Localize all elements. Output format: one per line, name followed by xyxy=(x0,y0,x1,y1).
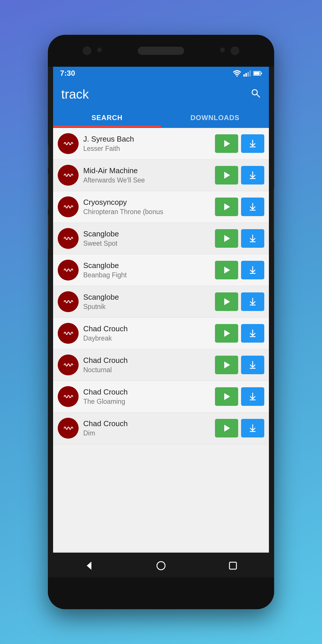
track-artist: J. Syreus Bach xyxy=(83,135,210,144)
download-button[interactable] xyxy=(241,356,264,374)
track-title: Sputnik xyxy=(83,303,210,311)
download-button[interactable] xyxy=(241,324,264,343)
track-actions xyxy=(215,229,264,248)
svg-rect-7 xyxy=(254,72,260,75)
tabs: SEARCH DOWNLOADS xyxy=(53,107,269,128)
track-title: Beanbag Fight xyxy=(83,271,210,279)
svg-marker-35 xyxy=(224,393,230,400)
nav-home-button[interactable] xyxy=(152,557,170,574)
play-button[interactable] xyxy=(215,198,238,216)
play-button[interactable] xyxy=(215,387,238,406)
track-avatar xyxy=(58,133,79,154)
svg-rect-6 xyxy=(261,73,262,74)
track-avatar xyxy=(58,165,79,186)
svg-rect-24 xyxy=(250,273,256,274)
svg-marker-11 xyxy=(224,140,230,147)
track-info: Scanglobe Beanbag Fight xyxy=(83,261,210,279)
track-item: Scanglobe Beanbag Fight xyxy=(53,254,269,286)
download-button[interactable] xyxy=(241,261,264,279)
download-button[interactable] xyxy=(241,166,264,184)
track-actions xyxy=(215,387,264,406)
app-bar: track xyxy=(53,81,269,107)
side-btn-volume-down[interactable] xyxy=(48,174,48,209)
svg-marker-38 xyxy=(224,425,230,432)
svg-marker-26 xyxy=(224,298,230,305)
play-button[interactable] xyxy=(215,419,238,437)
track-avatar xyxy=(58,291,79,312)
play-button[interactable] xyxy=(215,134,238,153)
track-avatar xyxy=(58,260,79,281)
search-button[interactable] xyxy=(250,88,261,101)
track-info: Chad Crouch Daybreak xyxy=(83,324,210,342)
track-artist: Chad Crouch xyxy=(83,324,210,333)
download-button[interactable] xyxy=(241,134,264,153)
svg-rect-42 xyxy=(229,562,236,569)
status-icons xyxy=(233,70,262,77)
svg-line-9 xyxy=(257,94,260,97)
play-button[interactable] xyxy=(215,166,238,184)
tab-search[interactable]: SEARCH xyxy=(53,107,161,127)
play-button[interactable] xyxy=(215,324,238,343)
track-info: Chad Crouch Dim xyxy=(83,419,210,437)
nav-recents-button[interactable] xyxy=(224,557,242,574)
download-button[interactable] xyxy=(241,229,264,248)
track-item: Chad Crouch The Gloaming xyxy=(53,381,269,413)
track-title: Daybreak xyxy=(83,334,210,342)
svg-rect-21 xyxy=(250,241,256,242)
track-actions xyxy=(215,356,264,374)
svg-rect-4 xyxy=(249,70,251,77)
download-button[interactable] xyxy=(241,198,264,216)
nav-back-button[interactable] xyxy=(80,557,98,574)
track-title: Sweet Spot xyxy=(83,240,210,247)
play-button[interactable] xyxy=(215,292,238,311)
track-artist: Scanglobe xyxy=(83,293,210,302)
track-item: Chad Crouch Dim xyxy=(53,413,269,444)
play-button[interactable] xyxy=(215,229,238,248)
svg-marker-32 xyxy=(224,361,230,368)
track-item: Chad Crouch Daybreak xyxy=(53,318,269,349)
track-title: Nocturnal xyxy=(83,366,210,374)
track-actions xyxy=(215,261,264,279)
track-item: Mid-Air Machine Afterwards We'll See xyxy=(53,160,269,191)
svg-rect-18 xyxy=(250,210,256,211)
bottom-nav xyxy=(53,553,269,579)
side-btn-power[interactable] xyxy=(274,189,274,241)
track-info: Scanglobe Sweet Spot xyxy=(83,229,210,247)
track-artist: Mid-Air Machine xyxy=(83,166,210,175)
track-actions xyxy=(215,419,264,437)
tab-downloads[interactable]: DOWNLOADS xyxy=(161,107,269,127)
play-button[interactable] xyxy=(215,356,238,374)
track-item: Chad Crouch Nocturnal xyxy=(53,349,269,381)
svg-rect-3 xyxy=(247,72,249,77)
svg-rect-12 xyxy=(250,146,256,147)
phone-top-bar xyxy=(48,35,274,67)
svg-marker-29 xyxy=(224,330,230,337)
dot-left xyxy=(97,48,102,52)
track-avatar xyxy=(58,323,79,344)
svg-rect-2 xyxy=(245,73,247,77)
status-bar: 7:30 xyxy=(53,65,269,81)
download-button[interactable] xyxy=(241,387,264,406)
play-button[interactable] xyxy=(215,261,238,279)
track-title: Lesser Faith xyxy=(83,145,210,153)
side-btn-volume-up[interactable] xyxy=(48,145,48,168)
track-item: J. Syreus Bach Lesser Faith xyxy=(53,128,269,160)
track-actions xyxy=(215,292,264,311)
download-button[interactable] xyxy=(241,419,264,437)
svg-rect-36 xyxy=(250,399,256,400)
track-item: Scanglobe Sweet Spot xyxy=(53,223,269,254)
track-info: Chad Crouch The Gloaming xyxy=(83,388,210,406)
svg-marker-23 xyxy=(224,267,230,274)
app-title: track xyxy=(61,87,89,102)
screen: 7:30 xyxy=(53,65,269,579)
track-title: Afterwards We'll See xyxy=(83,176,210,184)
download-button[interactable] xyxy=(241,292,264,311)
side-btn-extra[interactable] xyxy=(48,215,48,249)
track-info: Mid-Air Machine Afterwards We'll See xyxy=(83,166,210,184)
svg-rect-15 xyxy=(250,178,256,179)
track-artist: Chad Crouch xyxy=(83,388,210,397)
track-actions xyxy=(215,324,264,343)
signal-icon xyxy=(243,70,251,77)
track-avatar xyxy=(58,354,79,375)
track-avatar xyxy=(58,418,79,439)
